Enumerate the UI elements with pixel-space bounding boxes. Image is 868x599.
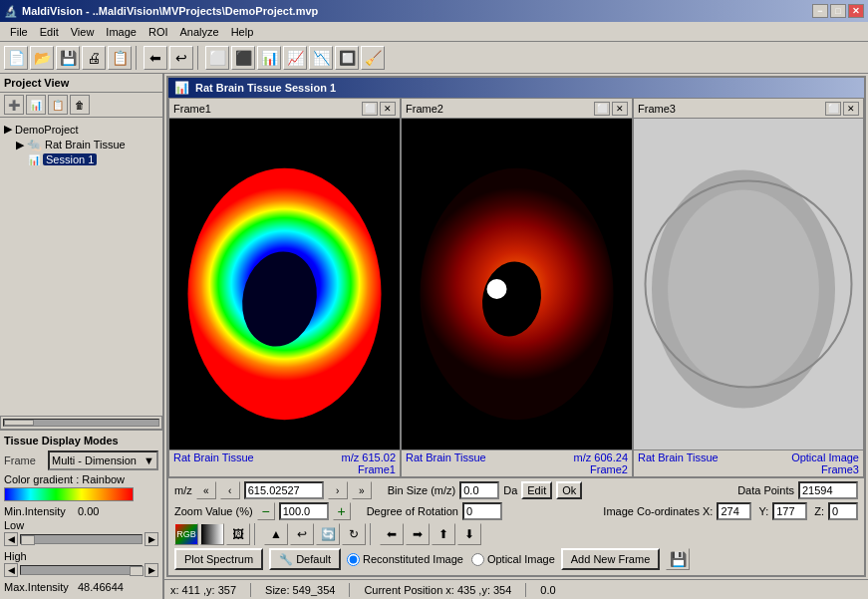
arrow-up-btn[interactable]: ⬆ <box>432 523 455 545</box>
sidebar-btn4[interactable]: 🗑 <box>70 95 90 115</box>
tree-child[interactable]: ▶ 🐀 Rat Brain Tissue <box>4 137 158 152</box>
high-slider-right[interactable]: ▶ <box>145 563 158 577</box>
gray-icon-btn[interactable] <box>200 523 224 545</box>
mz-last-btn[interactable]: » <box>352 481 372 499</box>
toolbar-btn4[interactable]: 🖨 <box>82 46 106 70</box>
chart-icon: 📊 <box>28 154 40 165</box>
frame1-restore-btn[interactable]: ⬜ <box>362 102 378 116</box>
frame-dropdown[interactable]: Multi - Dimension ▼ <box>48 450 158 470</box>
optical-radio-label[interactable]: Optical Image <box>471 553 555 566</box>
rgb-icon-btn[interactable]: RGB <box>174 523 198 545</box>
ok-button[interactable]: Ok <box>556 481 582 499</box>
optical-radio[interactable] <box>471 553 484 566</box>
toolbar-btn11[interactable]: 📈 <box>283 46 307 70</box>
toolbar-btn14[interactable]: 🧹 <box>361 46 385 70</box>
menu-image[interactable]: Image <box>100 24 143 40</box>
mz-next-btn[interactable]: › <box>328 481 348 499</box>
toolbar-btn5[interactable]: 📋 <box>108 46 132 70</box>
mz-prev-btn[interactable]: ‹ <box>220 481 240 499</box>
toolbar-btn13[interactable]: 🔲 <box>335 46 359 70</box>
gradient-bar <box>4 487 134 501</box>
sidebar-scrollbar-h[interactable] <box>0 416 162 430</box>
minimize-button[interactable]: − <box>812 4 828 18</box>
coord-z-label: Z: <box>814 505 824 517</box>
reconstituted-radio-label[interactable]: Reconstituted Image <box>347 553 463 566</box>
toolbar-btn6[interactable]: ⬅ <box>144 46 167 70</box>
frame1-close-btn[interactable]: ✕ <box>380 102 396 116</box>
close-button[interactable]: ✕ <box>848 4 864 18</box>
main-layout: Project View ➕ 📊 📋 🗑 ▶ DemoProject ▶ 🐀 R… <box>0 74 868 599</box>
frame3-close-btn[interactable]: ✕ <box>843 102 859 116</box>
frame2-close-btn[interactable]: ✕ <box>612 102 628 116</box>
low-slider-left[interactable]: ◀ <box>4 532 18 546</box>
action-row: Plot Spectrum 🔧 Default Reconstituted Im… <box>174 548 858 570</box>
low-label: Low <box>4 519 158 531</box>
sidebar-btn2[interactable]: 📊 <box>26 95 46 115</box>
high-slider-left[interactable]: ◀ <box>4 563 18 577</box>
arrow-right-btn[interactable]: ➡ <box>406 523 430 545</box>
sidebar-toolbar: ➕ 📊 📋 🗑 <box>0 93 162 118</box>
tree-root[interactable]: ▶ DemoProject <box>4 122 158 137</box>
menu-file[interactable]: File <box>4 24 34 40</box>
frame2-footer-right: m/z 606.24Frame2 <box>574 451 628 475</box>
high-slider-track[interactable] <box>20 565 143 575</box>
nav-rotate-btn[interactable]: ↻ <box>342 523 366 545</box>
mz-first-btn[interactable]: « <box>196 481 216 499</box>
open-btn[interactable]: 📂 <box>30 46 54 70</box>
tree-session[interactable]: 📊 Session 1 <box>4 152 158 166</box>
frame2-restore-btn[interactable]: ⬜ <box>594 102 610 116</box>
frame1-panel: Frame1 ⬜ ✕ Rat Brain Tissue m/z 615.02Fr… <box>168 98 401 477</box>
nav-left-btn[interactable]: ↩ <box>290 523 314 545</box>
add-project-btn[interactable]: ➕ <box>4 95 24 115</box>
low-slider-right[interactable]: ▶ <box>145 532 158 546</box>
toolbar-btn9[interactable]: ⬛ <box>231 46 255 70</box>
add-new-frame-button[interactable]: Add New Frame <box>561 548 660 570</box>
zoom-input[interactable] <box>279 502 329 520</box>
edit-button[interactable]: Edit <box>521 481 552 499</box>
bin-size-input[interactable] <box>459 481 499 499</box>
max-intensity-row: Max.Intensity 48.46644 <box>4 581 158 593</box>
sidebar-btn3[interactable]: 📋 <box>48 95 68 115</box>
new-btn[interactable]: 📄 <box>4 46 28 70</box>
frame3-restore-btn[interactable]: ⬜ <box>825 102 841 116</box>
img-icon-btn[interactable]: 🖼 <box>226 523 250 545</box>
content-area: 📊 Rat Brain Tissue Session 1 Frame1 ⬜ ✕ <box>164 74 868 599</box>
zoom-minus-btn[interactable]: − <box>257 502 275 520</box>
icon-sep2 <box>370 523 376 545</box>
frame-label: Frame <box>4 454 44 466</box>
zoom-plus-btn[interactable]: + <box>333 502 351 520</box>
default-button[interactable]: 🔧 Default <box>269 548 341 570</box>
plot-spectrum-button[interactable]: Plot Spectrum <box>174 548 263 570</box>
toolbar-btn8[interactable]: ⬜ <box>205 46 229 70</box>
reconstituted-radio[interactable] <box>347 553 360 566</box>
arrow-left-btn[interactable]: ⬅ <box>380 523 404 545</box>
maximize-button[interactable]: □ <box>830 4 846 18</box>
toolbar-btn7[interactable]: ↩ <box>169 46 193 70</box>
menu-help[interactable]: Help <box>225 24 260 40</box>
frame3-title: Frame3 <box>638 103 676 115</box>
toolbar-btn10[interactable]: 📊 <box>257 46 281 70</box>
nav-up-btn[interactable]: ▲ <box>264 523 288 545</box>
low-slider-track[interactable] <box>20 534 143 544</box>
save-btn[interactable]: 💾 <box>56 46 80 70</box>
max-intensity-label: Max.Intensity <box>4 581 74 593</box>
menu-roi[interactable]: ROI <box>143 24 174 40</box>
mz-input[interactable] <box>244 481 324 499</box>
menu-edit[interactable]: Edit <box>34 24 65 40</box>
default-label: Default <box>296 553 331 565</box>
arrow-down-btn[interactable]: ⬇ <box>457 523 481 545</box>
toolbar-btn12[interactable]: 📉 <box>309 46 333 70</box>
status-sep2 <box>349 583 350 597</box>
frame2-panel: Frame2 ⬜ ✕ Rat Brain Tissue m/z 606.24Fr… <box>401 98 633 477</box>
nav-refresh-btn[interactable]: 🔄 <box>316 523 340 545</box>
sidebar: Project View ➕ 📊 📋 🗑 ▶ DemoProject ▶ 🐀 R… <box>0 74 164 599</box>
rotation-input[interactable] <box>462 502 502 520</box>
menu-analyze[interactable]: Analyze <box>174 24 225 40</box>
menu-view[interactable]: View <box>65 24 101 40</box>
optical-label: Optical Image <box>487 553 555 565</box>
coord-y-label: Y: <box>758 505 768 517</box>
icon-sep1 <box>254 523 260 545</box>
tree-child-label: Rat Brain Tissue <box>45 139 126 150</box>
max-intensity-value: 48.46644 <box>78 581 124 593</box>
save-icon-btn[interactable]: 💾 <box>666 548 690 570</box>
